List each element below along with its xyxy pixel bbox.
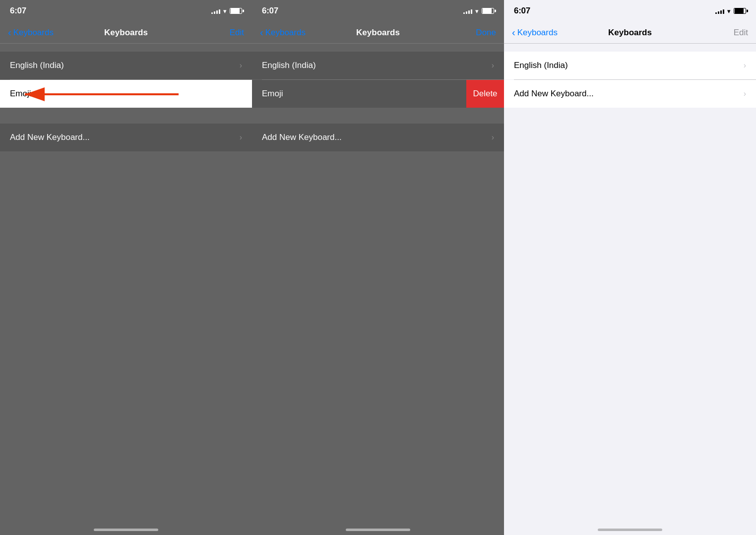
emoji-swipe-container: Emoji Delete xyxy=(252,80,504,108)
nav-bar-2: ‹ Keyboards Keyboards Done xyxy=(252,22,504,44)
nav-title-1: Keyboards xyxy=(104,28,148,38)
section-gap-3a xyxy=(504,44,756,52)
chevron-right-icon-1a: › xyxy=(240,61,242,70)
battery-icon-3 xyxy=(734,8,746,14)
emoji-row-1[interactable]: Emoji xyxy=(0,80,252,108)
add-keyboard-label-1: Add New Keyboard... xyxy=(10,133,90,142)
status-icons-3: ▾ xyxy=(715,7,746,15)
phone-panel-1: 6:07 ▾ ‹ Keyboards Keyboards Edit Englis… xyxy=(0,0,252,535)
section-gap-1b xyxy=(0,108,252,116)
add-keyboard-label-2: Add New Keyboard... xyxy=(262,133,342,142)
english-india-label-1: English (India) xyxy=(10,61,64,70)
section-gap-1c xyxy=(0,116,252,124)
chevron-left-icon-3: ‹ xyxy=(512,27,515,37)
wifi-icon-2: ▾ xyxy=(475,7,479,15)
chevron-right-icon-3a: › xyxy=(744,61,746,70)
home-indicator-3 xyxy=(598,529,662,531)
signal-icon-3 xyxy=(715,8,724,14)
wifi-icon-3: ▾ xyxy=(727,7,731,15)
english-india-row-1[interactable]: English (India) › xyxy=(0,52,252,79)
chevron-left-icon-1: ‹ xyxy=(8,27,11,37)
add-keyboard-row-3[interactable]: Add New Keyboard... › xyxy=(504,80,756,108)
status-bar-2: 6:07 ▾ xyxy=(252,0,504,22)
status-time-3: 6:07 xyxy=(514,6,530,16)
delete-label-2: Delete xyxy=(473,89,497,99)
nav-bar-1: ‹ Keyboards Keyboards Edit xyxy=(0,22,252,44)
back-label-2: Keyboards xyxy=(265,28,306,38)
english-india-row-2[interactable]: English (India) › xyxy=(252,52,504,79)
back-button-2[interactable]: ‹ Keyboards xyxy=(260,28,306,38)
status-time-2: 6:07 xyxy=(262,6,278,16)
battery-icon-2 xyxy=(482,8,494,14)
status-icons-1: ▾ xyxy=(211,7,242,15)
section-gap-2a xyxy=(252,44,504,52)
status-bar-3: 6:07 ▾ xyxy=(504,0,756,22)
status-bar-1: 6:07 ▾ xyxy=(0,0,252,22)
home-indicator-1 xyxy=(94,529,158,531)
back-label-3: Keyboards xyxy=(517,28,558,38)
chevron-right-icon-3b: › xyxy=(744,89,746,98)
add-keyboard-label-3: Add New Keyboard... xyxy=(514,89,594,99)
english-india-row-3[interactable]: English (India) › xyxy=(504,52,756,79)
nav-title-2: Keyboards xyxy=(356,28,400,38)
phone-panel-3: 6:07 ▾ ‹ Keyboards Keyboards Edit Englis… xyxy=(504,0,756,535)
back-button-3[interactable]: ‹ Keyboards xyxy=(512,28,558,38)
emoji-label-2: Emoji xyxy=(262,89,283,99)
chevron-right-icon-2b: › xyxy=(492,133,494,142)
empty-area-3 xyxy=(504,108,756,535)
chevron-right-icon-2a: › xyxy=(492,61,494,70)
back-button-1[interactable]: ‹ Keyboards xyxy=(8,28,54,38)
phone-panel-2: 6:07 ▾ ‹ Keyboards Keyboards Done Englis… xyxy=(252,0,504,535)
section-gap-1a xyxy=(0,44,252,52)
english-india-label-3: English (India) xyxy=(514,61,568,70)
section-gap-2c xyxy=(252,116,504,124)
emoji-label-1: Emoji xyxy=(10,89,31,99)
battery-icon-1 xyxy=(230,8,242,14)
chevron-right-icon-1b: › xyxy=(240,133,242,142)
signal-icon-1 xyxy=(211,8,220,14)
nav-title-3: Keyboards xyxy=(608,28,652,38)
section-gap-2b xyxy=(252,108,504,116)
nav-bar-3: ‹ Keyboards Keyboards Edit xyxy=(504,22,756,44)
done-button-2[interactable]: Done xyxy=(476,28,496,38)
edit-button-1[interactable]: Edit xyxy=(230,28,244,38)
back-label-1: Keyboards xyxy=(13,28,54,38)
chevron-left-icon-2: ‹ xyxy=(260,27,263,37)
status-icons-2: ▾ xyxy=(463,7,494,15)
english-india-label-2: English (India) xyxy=(262,61,316,70)
delete-button-2[interactable]: Delete xyxy=(466,80,504,108)
home-indicator-2 xyxy=(346,529,410,531)
wifi-icon-1: ▾ xyxy=(223,7,227,15)
add-keyboard-row-2[interactable]: Add New Keyboard... › xyxy=(252,124,504,151)
status-time-1: 6:07 xyxy=(10,6,26,16)
signal-icon-2 xyxy=(463,8,472,14)
edit-button-3: Edit xyxy=(734,28,748,38)
add-keyboard-row-1[interactable]: Add New Keyboard... › xyxy=(0,124,252,151)
